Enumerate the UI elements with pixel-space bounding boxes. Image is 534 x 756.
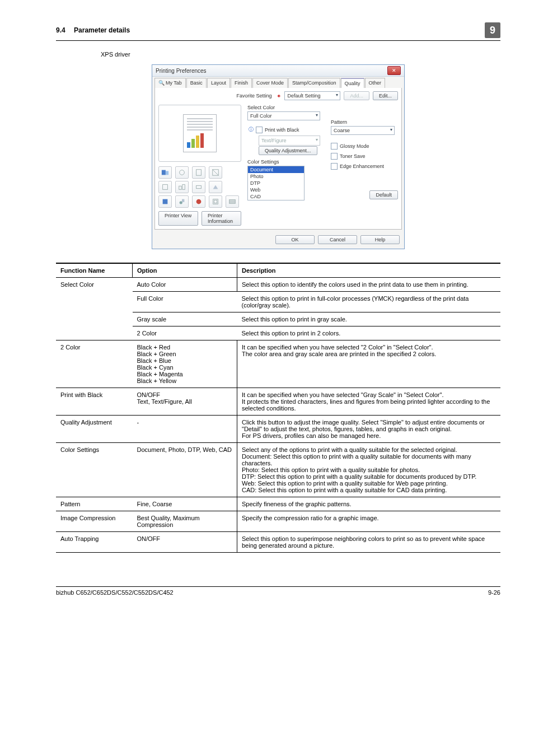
option-icon[interactable] (192, 195, 205, 208)
option-icon[interactable] (192, 181, 205, 193)
chapter-badge: 9 (485, 22, 500, 38)
preview-document-icon (183, 114, 217, 152)
print-with-black-checkbox[interactable] (256, 127, 263, 133)
dialog-title: Printing Preferences (156, 68, 207, 74)
option-cell: Full Color (133, 292, 237, 312)
driver-label: XPS driver (101, 51, 500, 58)
option-icon[interactable] (192, 166, 205, 179)
search-icon: 🔍 (158, 80, 165, 86)
section-number: 9.4 (56, 26, 65, 34)
table-row: Select Color Auto Color Select this opti… (56, 278, 500, 292)
edge-enhancement-checkbox[interactable] (331, 163, 338, 170)
pattern-label: Pattern (331, 119, 398, 125)
section-title: Parameter details (74, 26, 130, 34)
pattern-select[interactable]: Coarse (331, 126, 395, 135)
desc-cell: Click this button to adjust the image qu… (237, 416, 501, 443)
option-cell: Best Quality, Maximum Compression (133, 511, 237, 532)
svg-rect-7 (182, 185, 185, 190)
tab-strip: 🔍My Tab Basic Layout Finish Cover Mode S… (152, 77, 404, 88)
preview-area (158, 105, 241, 162)
desc-cell: It can be specified when you have select… (237, 388, 501, 416)
svg-point-2 (180, 170, 185, 175)
option-icon[interactable] (226, 195, 239, 208)
desc-cell: Specify the compression ratio for a grap… (237, 511, 501, 532)
tab-covermode[interactable]: Cover Mode (252, 78, 288, 88)
option-icon[interactable] (209, 181, 222, 193)
printing-preferences-dialog: Printing Preferences ✕ 🔍My Tab Basic Lay… (152, 64, 405, 249)
list-item[interactable]: DTP (248, 180, 304, 186)
option-cell: - (133, 416, 237, 443)
glossy-label: Glossy Mode (340, 143, 369, 149)
tab-other[interactable]: Other (365, 78, 386, 88)
option-icon[interactable] (158, 181, 172, 193)
svg-rect-9 (163, 199, 168, 204)
color-settings-list[interactable]: Document Photo DTP Web CAD (247, 166, 305, 200)
toner-save-checkbox[interactable] (331, 153, 338, 160)
svg-point-12 (196, 199, 202, 204)
option-icon[interactable] (175, 166, 189, 179)
edge-enhancement-label: Edge Enhancement (340, 164, 384, 169)
table-row: Pattern Fine, Coarse Specify fineness of… (56, 497, 500, 511)
fn-cell: Color Settings (56, 443, 133, 497)
tab-basic[interactable]: Basic (186, 78, 207, 88)
ok-button[interactable]: OK (275, 235, 315, 244)
fn-cell: Print with Black (56, 388, 133, 416)
quality-adjustment-button[interactable]: Quality Adjustment... (259, 146, 317, 155)
tab-layout[interactable]: Layout (207, 78, 230, 88)
option-icon[interactable] (175, 181, 189, 193)
col-function-name: Function Name (56, 263, 133, 278)
desc-cell: Select this option to print in full-colo… (237, 292, 501, 312)
cancel-button[interactable]: Cancel (318, 235, 357, 244)
tab-label: My Tab (166, 80, 182, 86)
list-item[interactable]: Web (248, 186, 304, 193)
option-cell: Black + Red Black + Green Black + Blue B… (133, 340, 237, 388)
help-button[interactable]: Help (360, 235, 400, 244)
option-icon[interactable] (175, 195, 189, 208)
add-favorite-button[interactable]: Add... (344, 91, 369, 100)
option-cell: 2 Color (133, 326, 237, 340)
printer-view-button[interactable]: Printer View (158, 211, 198, 226)
fn-cell: Auto Trapping (56, 532, 133, 553)
list-item[interactable]: Photo (248, 173, 304, 180)
color-settings-label: Color Settings (247, 159, 325, 165)
tab-quality[interactable]: Quality (341, 78, 364, 88)
option-icon[interactable] (209, 166, 222, 179)
print-with-black-select[interactable]: Text/Figure (259, 136, 320, 146)
fn-cell: Quality Adjustment (56, 416, 133, 443)
favorite-icon: ✦ (277, 93, 281, 99)
list-item[interactable]: Document (248, 166, 304, 173)
table-row: 2 Color Black + Red Black + Green Black … (56, 340, 500, 388)
glossy-checkbox[interactable] (331, 143, 338, 150)
list-item[interactable]: CAD (248, 193, 304, 200)
option-icon[interactable] (158, 195, 172, 208)
footer-page: 9-26 (488, 589, 500, 596)
option-cell: Document, Photo, DTP, Web, CAD (133, 443, 237, 497)
header-bar: 9.4 Parameter details 9 (56, 22, 500, 41)
tab-finish[interactable]: Finish (231, 78, 252, 88)
option-icon[interactable] (209, 195, 222, 208)
default-button[interactable]: Default (369, 190, 398, 199)
info-icon: ⓘ (249, 126, 254, 133)
close-icon[interactable]: ✕ (387, 66, 401, 75)
edit-favorite-button[interactable]: Edit... (373, 91, 398, 100)
col-option: Option (133, 263, 237, 278)
option-icon[interactable] (158, 166, 172, 179)
col-description: Description (237, 263, 501, 278)
toner-save-label: Toner Save (340, 153, 366, 159)
select-color-label: Select Color (247, 105, 325, 110)
desc-cell: Select any of the options to print with … (237, 443, 501, 497)
option-cell: ON/OFF Text, Text/Figure, All (133, 388, 237, 416)
tab-stamp[interactable]: Stamp/Composition (288, 78, 340, 88)
printer-info-button[interactable]: Printer Information (202, 211, 241, 226)
svg-rect-8 (196, 185, 202, 188)
tab-mytab[interactable]: 🔍My Tab (154, 78, 186, 88)
svg-rect-11 (182, 199, 184, 202)
table-row: Image Compression Best Quality, Maximum … (56, 511, 500, 532)
favorite-select[interactable]: Default Setting (284, 91, 340, 100)
table-row: Color Settings Document, Photo, DTP, Web… (56, 443, 500, 497)
svg-rect-6 (179, 186, 181, 189)
page-footer: bizhub C652/C652DS/C552/C552DS/C452 9-26 (56, 586, 500, 596)
select-color-select[interactable]: Full Color (247, 111, 320, 120)
svg-rect-1 (166, 171, 168, 175)
option-cell: Fine, Coarse (133, 497, 237, 511)
